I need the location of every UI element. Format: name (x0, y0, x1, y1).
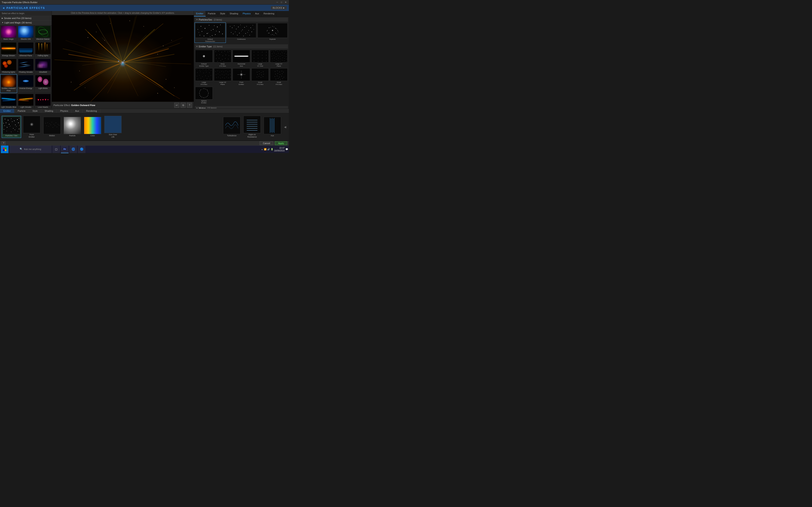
bottom-thumb-particles-sec (3, 117, 20, 134)
svg-point-239 (275, 76, 275, 77)
preset-explode[interactable]: Explode (257, 22, 288, 43)
section-header-emitter-type[interactable]: ▼ Emitter Type (11 items) (195, 44, 288, 49)
svg-point-172 (200, 72, 200, 72)
effect-ethereal-plane[interactable]: Ethereal Plane (17, 41, 34, 58)
svg-point-171 (197, 72, 198, 73)
bottom-tab-physics[interactable]: Physics (57, 109, 72, 113)
maximize-button[interactable]: □ (280, 1, 283, 4)
effect-falling-lights[interactable]: Falling lights (35, 41, 52, 58)
right-tab-emitter[interactable]: Emitter (194, 11, 206, 16)
search-bar[interactable]: 🔍 Ask me anything (9, 146, 52, 153)
effect-floating-streaks[interactable]: Floating Streaks (17, 58, 34, 74)
section-header-motion[interactable]: ▼ Motion (10 items) (195, 106, 288, 109)
bottom-tab-particle[interactable]: Particle (14, 109, 29, 113)
svg-point-320 (4, 125, 5, 126)
preset-small-xyz-box1[interactable]: SmallXYZ Box (251, 68, 269, 86)
category-smoke[interactable]: ▶ Smoke and Fire (33 items) (0, 16, 52, 20)
svg-point-135 (276, 54, 276, 55)
bottom-preset-aux[interactable]: Aux (263, 116, 282, 138)
minimize-button[interactable]: ─ (276, 1, 279, 4)
bottom-preset-particles-sec[interactable]: Particles / Sec (2, 116, 21, 138)
bottom-tab-shading[interactable]: Shading (41, 109, 57, 113)
taskbar-app-icon2[interactable]: 🔵 (78, 146, 86, 153)
preview-canvas[interactable] (52, 15, 194, 102)
effect-glowfield[interactable]: Glowfield (35, 58, 52, 74)
preset-large-xy-plane[interactable]: Large XYPlane (270, 49, 288, 67)
preset-default-ps[interactable]: DefaultParticles/Sec (195, 22, 225, 43)
category-light[interactable]: ▼ Light and Magic (30 items) (0, 20, 52, 25)
svg-point-177 (199, 75, 200, 76)
taskview-button[interactable]: ◻ (52, 146, 60, 153)
bottom-preset-particle[interactable]: Particle (63, 116, 82, 138)
effect-electric-orb[interactable]: Electric Orb (17, 25, 34, 41)
svg-point-140 (287, 54, 287, 55)
label-deep-xyz-box: DeepXYZ Box (219, 63, 226, 67)
svg-point-53 (252, 25, 253, 25)
svg-point-49 (244, 27, 245, 28)
preset-sphere-emitter[interactable]: SphereEmitter (195, 87, 213, 104)
preset-large-xyz-box[interactable]: LargeXYZ Box (195, 68, 213, 86)
cancel-button[interactable]: Cancel (260, 141, 273, 145)
bottom-preset-slight-air[interactable]: Slight AirResistance (242, 115, 262, 139)
bottom-tab-style[interactable]: Style (29, 109, 41, 113)
screenshot-button[interactable]: ⧉ (181, 103, 186, 108)
preset-large-xz-plane[interactable]: Large XZPlane (214, 68, 232, 86)
blocks-badge[interactable]: BLOCKS ► (271, 6, 287, 9)
bottom-tab-emitter[interactable]: Emitter (0, 109, 14, 113)
notifications-icon[interactable]: 💬 (286, 148, 288, 151)
svg-point-323 (13, 128, 14, 129)
svg-point-124 (266, 61, 266, 61)
bottom-thumb-particle (64, 117, 81, 134)
effect-light-streaks-blue[interactable]: Light Streaks Blue (0, 93, 17, 109)
svg-point-20 (121, 64, 122, 64)
svg-point-112 (266, 52, 266, 52)
label-large-xyz-box: LargeXYZ Box (201, 81, 207, 86)
taskbar-app-icon1[interactable]: 🌀 (69, 146, 77, 153)
preset-default-et[interactable]: DefaultEmitter Type (195, 49, 213, 67)
effect-love-hearts[interactable]: ♥ ♥ ♥ ♥ ♥ Love Hearts (35, 93, 52, 109)
preset-horizontal-axis[interactable]: HorizontalAxis (232, 49, 251, 67)
close-button[interactable]: ✕ (284, 1, 287, 4)
right-tab-style[interactable]: Style (218, 11, 227, 16)
bottom-preset-size-over-life[interactable]: Size OverLife (103, 115, 123, 139)
section-count-particles: (3 items) (213, 18, 222, 21)
svg-point-44 (234, 25, 234, 26)
effect-basic-magic[interactable]: Basic Magic (0, 25, 17, 41)
effect-light-blobs[interactable]: Light Blobs (35, 74, 52, 93)
preset-point-emitter[interactable]: PointEmitter (232, 68, 251, 86)
right-tabs: Emitter Particle Style Shading Physics A… (194, 11, 289, 17)
help-button[interactable]: ? (187, 103, 192, 108)
effect-inverse-energy[interactable]: Inverse Energy (17, 74, 34, 93)
help-icon[interactable]: ? (2, 141, 5, 145)
svg-point-119 (262, 58, 262, 59)
start-button[interactable] (1, 146, 8, 153)
bottom-preset-point-emitter[interactable]: PointEmitter (22, 115, 42, 139)
taskbar-ae-icon[interactable]: Ae (61, 146, 68, 153)
preset-continuous[interactable]: Continuous (226, 22, 257, 43)
right-tab-physics[interactable]: Physics (241, 11, 253, 16)
effect-energy-stream[interactable]: Energy Stream (0, 41, 17, 58)
preset-large-xy-grid[interactable]: LargeXY Grid (251, 49, 269, 67)
right-tab-particle[interactable]: Particle (206, 11, 218, 16)
section-header-particles[interactable]: ▼ Particles/Sec (3 items) (195, 17, 288, 22)
right-tab-rendering[interactable]: Rendering (261, 11, 276, 16)
bottom-tab-rendering[interactable]: Rendering (83, 109, 100, 113)
bottom-tab-aux[interactable]: Aux (72, 109, 83, 113)
svg-point-33 (204, 36, 204, 36)
right-tab-shading[interactable]: Shading (227, 11, 241, 16)
effect-light-streaks-orange[interactable]: Light Streaks Orange (17, 93, 34, 109)
right-tab-aux[interactable]: Aux (253, 11, 261, 16)
effect-electron-dance[interactable]: Electron Dance (35, 25, 52, 41)
effect-golden-outward-flow[interactable]: Golden Outward Flow (0, 74, 17, 93)
preset-small-xyz-box2[interactable]: SmallXYZ Box (270, 68, 288, 86)
bottom-preset-color[interactable]: Color (83, 116, 102, 138)
apply-button[interactable]: Apply (275, 141, 287, 145)
preset-deep-xyz-box[interactable]: DeepXYZ Box (214, 49, 232, 67)
restart-button[interactable]: ↩ (174, 103, 179, 108)
systray-arrow[interactable]: ▲ (261, 148, 263, 151)
bottom-preset-turbulence[interactable]: Turbulence (222, 116, 242, 138)
svg-point-311 (11, 118, 11, 119)
bottom-preset-motion[interactable]: Motion (42, 116, 62, 138)
svg-point-202 (230, 74, 231, 74)
effect-flickering-lights[interactable]: Flickering lights (0, 58, 17, 74)
